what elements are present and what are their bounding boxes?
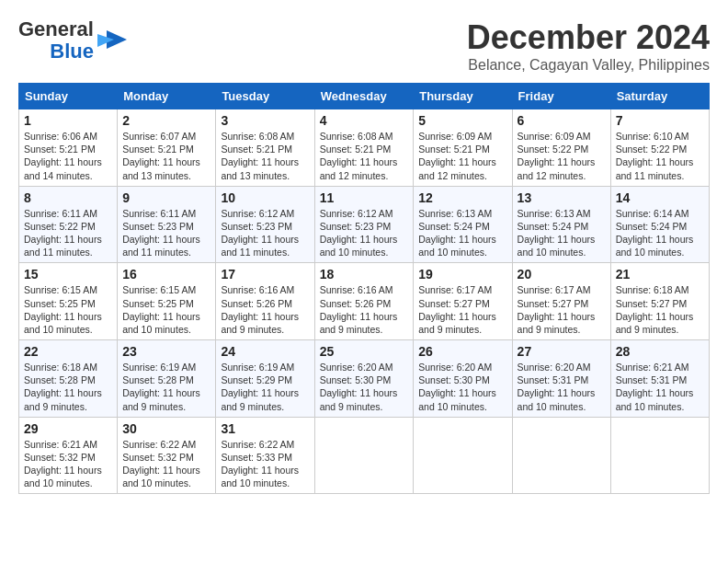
day-number: 20	[518, 267, 606, 282]
day-number: 19	[418, 267, 506, 282]
day-number: 28	[616, 344, 704, 359]
logo-text-general: General	[18, 18, 94, 40]
logo-icon	[97, 30, 127, 51]
day-number: 23	[122, 344, 210, 359]
logo-text-blue: Blue	[50, 40, 94, 63]
day-detail: Sunrise: 6:20 AMSunset: 5:30 PMDaylight:…	[418, 361, 506, 413]
day-detail: Sunrise: 6:16 AMSunset: 5:26 PMDaylight:…	[221, 283, 309, 336]
day-detail: Sunrise: 6:12 AMSunset: 5:23 PMDaylight:…	[320, 207, 409, 259]
calendar-cell: 3Sunrise: 6:08 AMSunset: 5:21 PMDaylight…	[216, 109, 314, 187]
calendar-header-row: SundayMondayTuesdayWednesdayThursdayFrid…	[19, 84, 710, 109]
calendar-cell: 2Sunrise: 6:07 AMSunset: 5:21 PMDaylight…	[118, 109, 216, 187]
day-number: 13	[518, 190, 606, 205]
day-number: 14	[616, 190, 704, 205]
calendar-cell: 29Sunrise: 6:21 AMSunset: 5:32 PMDayligh…	[19, 417, 118, 494]
calendar-cell	[414, 417, 512, 494]
header-monday: Monday	[118, 84, 216, 109]
day-number: 5	[418, 113, 506, 128]
day-detail: Sunrise: 6:21 AMSunset: 5:31 PMDaylight:…	[616, 361, 704, 413]
week-row-3: 15Sunrise: 6:15 AMSunset: 5:25 PMDayligh…	[19, 263, 710, 340]
day-number: 22	[24, 344, 112, 359]
day-number: 11	[320, 190, 409, 205]
calendar-cell: 14Sunrise: 6:14 AMSunset: 5:24 PMDayligh…	[610, 186, 709, 263]
calendar-cell: 9Sunrise: 6:11 AMSunset: 5:23 PMDaylight…	[118, 186, 216, 263]
header-saturday: Saturday	[610, 84, 709, 109]
day-number: 29	[24, 421, 112, 436]
day-detail: Sunrise: 6:11 AMSunset: 5:22 PMDaylight:…	[24, 207, 112, 259]
calendar-cell: 20Sunrise: 6:17 AMSunset: 5:27 PMDayligh…	[512, 263, 610, 340]
calendar-cell: 4Sunrise: 6:08 AMSunset: 5:21 PMDaylight…	[314, 109, 414, 187]
day-number: 1	[24, 113, 112, 128]
day-number: 17	[221, 267, 309, 282]
calendar-cell: 1Sunrise: 6:06 AMSunset: 5:21 PMDaylight…	[19, 109, 118, 187]
calendar-cell: 31Sunrise: 6:22 AMSunset: 5:33 PMDayligh…	[216, 417, 314, 494]
week-row-4: 22Sunrise: 6:18 AMSunset: 5:28 PMDayligh…	[19, 340, 710, 418]
calendar-cell	[314, 417, 414, 494]
calendar-body: 1Sunrise: 6:06 AMSunset: 5:21 PMDaylight…	[19, 109, 710, 494]
day-number: 24	[221, 344, 309, 359]
day-detail: Sunrise: 6:07 AMSunset: 5:21 PMDaylight:…	[122, 130, 210, 182]
page-header: General Blue December 2024 Belance, Caga…	[18, 18, 710, 74]
header-thursday: Thursday	[414, 84, 512, 109]
calendar-cell: 24Sunrise: 6:19 AMSunset: 5:29 PMDayligh…	[216, 340, 314, 418]
week-row-1: 1Sunrise: 6:06 AMSunset: 5:21 PMDaylight…	[19, 109, 710, 187]
day-number: 4	[320, 113, 409, 128]
title-section: December 2024 Belance, Cagayan Valley, P…	[467, 18, 710, 74]
day-detail: Sunrise: 6:17 AMSunset: 5:27 PMDaylight:…	[418, 283, 506, 336]
day-detail: Sunrise: 6:17 AMSunset: 5:27 PMDaylight:…	[518, 283, 606, 336]
day-number: 10	[221, 190, 309, 205]
day-detail: Sunrise: 6:09 AMSunset: 5:22 PMDaylight:…	[518, 130, 606, 182]
calendar-cell	[512, 417, 610, 494]
calendar-cell: 12Sunrise: 6:13 AMSunset: 5:24 PMDayligh…	[414, 186, 512, 263]
header-wednesday: Wednesday	[314, 84, 414, 109]
day-number: 30	[122, 421, 210, 436]
calendar-cell: 19Sunrise: 6:17 AMSunset: 5:27 PMDayligh…	[414, 263, 512, 340]
day-detail: Sunrise: 6:13 AMSunset: 5:24 PMDaylight:…	[518, 207, 606, 259]
day-detail: Sunrise: 6:14 AMSunset: 5:24 PMDaylight:…	[616, 207, 704, 259]
calendar-cell: 23Sunrise: 6:19 AMSunset: 5:28 PMDayligh…	[118, 340, 216, 418]
calendar-cell: 27Sunrise: 6:20 AMSunset: 5:31 PMDayligh…	[512, 340, 610, 418]
calendar-cell: 25Sunrise: 6:20 AMSunset: 5:30 PMDayligh…	[314, 340, 414, 418]
day-detail: Sunrise: 6:08 AMSunset: 5:21 PMDaylight:…	[221, 130, 309, 182]
calendar-cell: 15Sunrise: 6:15 AMSunset: 5:25 PMDayligh…	[19, 263, 118, 340]
day-detail: Sunrise: 6:18 AMSunset: 5:28 PMDaylight:…	[24, 361, 112, 413]
day-detail: Sunrise: 6:10 AMSunset: 5:22 PMDaylight:…	[616, 130, 704, 182]
calendar-cell: 22Sunrise: 6:18 AMSunset: 5:28 PMDayligh…	[19, 340, 118, 418]
day-detail: Sunrise: 6:09 AMSunset: 5:21 PMDaylight:…	[418, 130, 506, 182]
calendar-cell: 8Sunrise: 6:11 AMSunset: 5:22 PMDaylight…	[19, 186, 118, 263]
day-detail: Sunrise: 6:11 AMSunset: 5:23 PMDaylight:…	[122, 207, 210, 259]
day-detail: Sunrise: 6:22 AMSunset: 5:32 PMDaylight:…	[122, 438, 210, 490]
day-detail: Sunrise: 6:20 AMSunset: 5:31 PMDaylight:…	[518, 361, 606, 413]
week-row-5: 29Sunrise: 6:21 AMSunset: 5:32 PMDayligh…	[19, 417, 710, 494]
day-detail: Sunrise: 6:13 AMSunset: 5:24 PMDaylight:…	[418, 207, 506, 259]
calendar-table: SundayMondayTuesdayWednesdayThursdayFrid…	[18, 83, 710, 494]
header-sunday: Sunday	[19, 84, 118, 109]
day-detail: Sunrise: 6:19 AMSunset: 5:29 PMDaylight:…	[221, 361, 309, 413]
calendar-cell: 17Sunrise: 6:16 AMSunset: 5:26 PMDayligh…	[216, 263, 314, 340]
calendar-cell: 11Sunrise: 6:12 AMSunset: 5:23 PMDayligh…	[314, 186, 414, 263]
day-number: 6	[518, 113, 606, 128]
calendar-cell: 7Sunrise: 6:10 AMSunset: 5:22 PMDaylight…	[610, 109, 709, 187]
day-number: 31	[221, 421, 309, 436]
day-number: 18	[320, 267, 409, 282]
calendar-cell: 28Sunrise: 6:21 AMSunset: 5:31 PMDayligh…	[610, 340, 709, 418]
calendar-cell	[610, 417, 709, 494]
day-detail: Sunrise: 6:22 AMSunset: 5:33 PMDaylight:…	[221, 438, 309, 490]
logo: General Blue	[18, 18, 127, 63]
day-detail: Sunrise: 6:15 AMSunset: 5:25 PMDaylight:…	[24, 283, 112, 336]
day-detail: Sunrise: 6:20 AMSunset: 5:30 PMDaylight:…	[320, 361, 409, 413]
day-number: 3	[221, 113, 309, 128]
week-row-2: 8Sunrise: 6:11 AMSunset: 5:22 PMDaylight…	[19, 186, 710, 263]
calendar-cell: 6Sunrise: 6:09 AMSunset: 5:22 PMDaylight…	[512, 109, 610, 187]
calendar-cell: 26Sunrise: 6:20 AMSunset: 5:30 PMDayligh…	[414, 340, 512, 418]
day-number: 26	[418, 344, 506, 359]
day-detail: Sunrise: 6:06 AMSunset: 5:21 PMDaylight:…	[24, 130, 112, 182]
calendar-cell: 16Sunrise: 6:15 AMSunset: 5:25 PMDayligh…	[118, 263, 216, 340]
day-number: 8	[24, 190, 112, 205]
calendar-cell: 10Sunrise: 6:12 AMSunset: 5:23 PMDayligh…	[216, 186, 314, 263]
calendar-title: December 2024	[467, 18, 710, 57]
day-number: 15	[24, 267, 112, 282]
day-number: 25	[320, 344, 409, 359]
header-tuesday: Tuesday	[216, 84, 314, 109]
calendar-cell: 18Sunrise: 6:16 AMSunset: 5:26 PMDayligh…	[314, 263, 414, 340]
